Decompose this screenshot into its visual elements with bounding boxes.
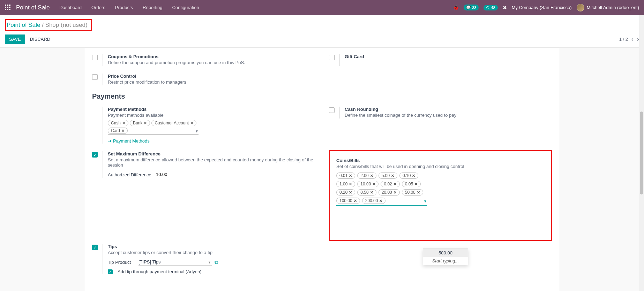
messages-badge[interactable]: 💬 33 [464, 5, 479, 10]
remove-tag-icon[interactable]: ✕ [370, 190, 373, 195]
coins-bills-desc: Set of coins/bills that will be used in … [336, 164, 545, 169]
nav-reporting[interactable]: Reporting [143, 5, 162, 10]
tag-coin: 5.00 ✕ [379, 173, 397, 179]
tag-coin: 0.50 ✕ [357, 189, 376, 196]
nav-dashboard[interactable]: Dashboard [59, 5, 82, 10]
remove-tag-icon[interactable]: ✕ [394, 190, 397, 195]
tip-product-select[interactable] [138, 259, 212, 266]
pager-text: 1 / 2 [619, 37, 628, 42]
tag-coin: 1.00 ✕ [336, 181, 355, 187]
tag-coin: 0.10 ✕ [399, 173, 418, 179]
checkbox-max-difference[interactable]: ✓ [92, 152, 98, 158]
activities-badge[interactable]: ⏱ 48 [484, 5, 497, 10]
remove-tag-icon[interactable]: ✕ [349, 190, 352, 195]
checkbox-add-tip-terminal[interactable]: ✓ [108, 269, 113, 274]
add-tip-terminal-label: Add tip through payment terminal (Adyen) [118, 269, 202, 274]
max-difference-title: Set Maximum Difference [108, 151, 315, 156]
cash-rounding-desc: Define the smallest coinage of the curre… [345, 113, 552, 118]
checkbox-tips[interactable]: ✓ [92, 245, 98, 250]
user-menu[interactable]: Mitchell Admin (odoo_ent) [577, 4, 639, 12]
checkbox-gift-card[interactable] [329, 55, 335, 60]
checkbox-coupons[interactable] [92, 55, 98, 60]
nav-configuration[interactable]: Configuration [172, 5, 199, 10]
tag-coin: 200.00 ✕ [362, 198, 386, 204]
tag-coin: 2.00 ✕ [357, 173, 376, 179]
payment-methods-link[interactable]: ➔ Payment Methods [108, 138, 150, 144]
tag-coin: 0.01 ✕ [336, 173, 355, 179]
caret-down-icon[interactable]: ▼ [424, 199, 427, 203]
form-content: Coupons & Promotions Define the coupon a… [85, 48, 559, 291]
tag-coin: 10.00 ✕ [357, 181, 379, 187]
remove-tag-icon[interactable]: ✕ [370, 174, 373, 178]
breadcrumb-root[interactable]: Point of Sale [7, 22, 40, 28]
external-link-icon[interactable]: ⧉ [215, 259, 218, 265]
discard-button[interactable]: DISCARD [30, 37, 51, 42]
tag-coin: 50.00 ✕ [402, 189, 423, 196]
setting-max-difference: ✓ Set Maximum Difference Set a maximum d… [92, 148, 315, 183]
tag-payment-method: Card ✕ [108, 128, 128, 134]
checkbox-price-control[interactable] [92, 74, 98, 80]
top-nav: Dashboard Orders Products Reporting Conf… [59, 5, 199, 10]
coupons-title: Coupons & Promotions [108, 54, 315, 59]
nav-orders[interactable]: Orders [91, 5, 105, 10]
tip-product-label: Tip Product [108, 260, 136, 265]
caret-down-icon[interactable]: ▼ [195, 129, 199, 133]
remove-tag-icon[interactable]: ✕ [372, 182, 375, 186]
caret-down-icon[interactable]: ▼ [208, 261, 211, 264]
tag-coin: 100.00 ✕ [336, 198, 360, 204]
dropdown-hint[interactable]: Start typing... [423, 257, 468, 265]
section-payments: Payments [85, 90, 559, 104]
scrollbar[interactable] [639, 15, 644, 291]
remove-tag-icon[interactable]: ✕ [417, 190, 420, 195]
setting-payment-methods: Payment Methods Payment methods availabl… [92, 104, 315, 148]
messages-count: 33 [472, 6, 476, 10]
remove-tag-icon[interactable]: ✕ [414, 182, 418, 186]
coins-bills-tags[interactable]: 0.01 ✕ 2.00 ✕ 5.00 ✕ 0.10 ✕ 1.00 ✕ 10.00… [336, 173, 427, 206]
remove-tag-icon[interactable]: ✕ [144, 121, 147, 125]
setting-tips: ✓ Tips Accept customer tips or convert t… [92, 241, 315, 279]
coins-dropdown: 500.00 Start typing... [423, 248, 468, 265]
remove-tag-icon[interactable]: ✕ [349, 182, 352, 186]
max-difference-desc: Set a maximum difference allowed between… [108, 157, 315, 168]
remove-tag-icon[interactable]: ✕ [379, 199, 382, 203]
remove-tag-icon[interactable]: ✕ [349, 174, 352, 178]
tips-desc: Accept customer tips or convert their ch… [108, 250, 315, 255]
payment-methods-title: Payment Methods [108, 107, 315, 112]
remove-tag-icon[interactable]: ✕ [190, 121, 193, 125]
avatar [577, 4, 584, 12]
subheader: Point of Sale / Shop (not used) SAVE DIS… [0, 15, 644, 47]
remove-tag-icon[interactable]: ✕ [122, 121, 125, 125]
checkbox-cash-rounding[interactable] [329, 107, 335, 113]
apps-icon[interactable] [5, 5, 11, 11]
remove-tag-icon[interactable]: ✕ [354, 199, 357, 203]
remove-tag-icon[interactable]: ✕ [121, 129, 125, 133]
payment-methods-tags[interactable]: Cash ✕ Bank ✕ Customer Account ✕ Card ✕ … [108, 120, 199, 135]
tag-coin: 0.02 ✕ [381, 181, 399, 187]
arrow-right-icon: ➔ [108, 138, 112, 144]
breadcrumb-leaf: Shop (not used) [45, 22, 88, 28]
company-selector[interactable]: My Company (San Francisco) [512, 5, 572, 10]
debug-icon[interactable]: 🐞 [453, 5, 459, 10]
tools-icon[interactable]: ✖ [503, 5, 507, 10]
price-control-desc: Restrict price modification to managers [108, 79, 315, 85]
user-name: Mitchell Admin (odoo_ent) [587, 5, 639, 10]
authorized-difference-input[interactable] [156, 171, 243, 178]
remove-tag-icon[interactable]: ✕ [394, 182, 397, 186]
breadcrumb-highlight: Point of Sale / Shop (not used) [5, 19, 92, 31]
tag-payment-method: Customer Account ✕ [151, 120, 196, 126]
payment-methods-desc: Payment methods available [108, 113, 315, 118]
remove-tag-icon[interactable]: ✕ [391, 174, 394, 178]
tag-payment-method: Cash ✕ [108, 120, 128, 126]
tag-coin: 0.05 ✕ [402, 181, 421, 187]
gift-card-title: Gift Card [345, 54, 552, 59]
pager-prev-icon[interactable]: ‹ [631, 36, 634, 43]
remove-tag-icon[interactable]: ✕ [412, 174, 415, 178]
nav-products[interactable]: Products [115, 5, 133, 10]
scrollbar-thumb[interactable] [640, 112, 643, 194]
app-brand[interactable]: Point of Sale [16, 4, 50, 11]
dropdown-option[interactable]: 500.00 [423, 249, 468, 257]
save-button[interactable]: SAVE [5, 35, 25, 44]
authorized-difference-label: Authorized Difference [108, 172, 153, 177]
tag-coin: 20.00 ✕ [379, 189, 400, 196]
setting-cash-rounding: Cash Rounding Define the smallest coinag… [329, 104, 552, 123]
